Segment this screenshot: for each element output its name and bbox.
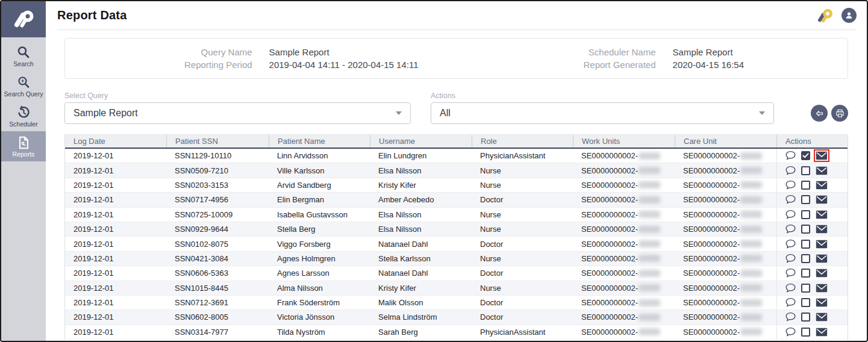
redacted-value: [740, 284, 762, 291]
summary-left-group: Query NameReporting Period Sample Report…: [184, 46, 419, 71]
row-checkbox[interactable]: [801, 269, 810, 278]
row-checkbox[interactable]: [801, 284, 810, 293]
column-header-role[interactable]: Role: [472, 135, 573, 148]
summary-label: Report Generated: [583, 58, 655, 71]
mail-icon-wrap[interactable]: [815, 239, 828, 249]
mail-icon-wrap[interactable]: [815, 166, 828, 176]
chevron-down-icon: [396, 111, 402, 115]
mail-icon-highlighted[interactable]: [815, 151, 828, 161]
app-logo[interactable]: [1, 1, 46, 37]
sidebar-item-search-query[interactable]: Search Query: [1, 71, 46, 101]
redacted-value: [639, 211, 660, 218]
actions-cell: [776, 281, 851, 295]
patient-name-cell-value: Alma Nilsson: [277, 284, 323, 293]
row-checkbox[interactable]: [801, 225, 810, 234]
sidebar-item-reports[interactable]: Reports: [1, 131, 46, 161]
user-avatar-button[interactable]: [841, 8, 857, 23]
column-header-log-date[interactable]: Log Date: [65, 135, 166, 148]
mail-icon: [816, 254, 828, 263]
work-units-cell-value: SE0000000002-: [581, 181, 638, 190]
patient-name-cell: Alma Nilsson: [269, 281, 370, 295]
row-checkbox[interactable]: [801, 210, 810, 219]
back-button[interactable]: [811, 105, 828, 122]
row-checkbox[interactable]: [801, 254, 810, 263]
patient-name-cell: Ville Karlsson: [269, 163, 370, 177]
role-cell: Nurse: [472, 222, 573, 236]
column-header-username[interactable]: Username: [370, 135, 472, 148]
patient-ssn-cell-value: SSN0314-7977: [175, 328, 228, 337]
username-cell: Malik Olsson: [370, 296, 472, 309]
sidebar-item-search[interactable]: Search: [1, 41, 46, 71]
comment-icon[interactable]: [785, 239, 796, 249]
comment-icon[interactable]: [785, 253, 796, 264]
redacted-value: [740, 196, 762, 204]
column-header-patient-ssn[interactable]: Patient SSN: [166, 135, 269, 148]
row-checkbox[interactable]: [801, 298, 810, 307]
print-button[interactable]: [831, 105, 848, 122]
role-cell: Nurse: [472, 163, 573, 177]
summary-left-values: Sample Report2019-04-04 14:11 - 2020-04-…: [269, 46, 419, 71]
reports-icon: [16, 135, 31, 150]
mail-icon-wrap[interactable]: [815, 194, 828, 205]
scheduler-icon: [16, 105, 31, 120]
comment-icon[interactable]: [785, 268, 796, 278]
row-checkbox[interactable]: [801, 181, 810, 190]
role-cell: Doctor: [472, 266, 573, 280]
role-cell: PhysicianAssistant: [472, 149, 573, 163]
mail-icon-wrap[interactable]: [815, 210, 828, 220]
actions-cell: [776, 178, 851, 192]
comment-icon[interactable]: [785, 180, 796, 190]
column-header-actions[interactable]: Actions: [776, 135, 851, 148]
mail-icon-wrap[interactable]: [815, 224, 828, 234]
search-query-icon: [16, 75, 31, 90]
row-checkbox[interactable]: [801, 166, 810, 175]
role-cell-value: Nurse: [480, 181, 501, 190]
log-date-cell: 2019-12-01: [65, 163, 166, 177]
comment-icon[interactable]: [785, 166, 796, 176]
table-row: 2019-12-01SSN0717-4956Elin BergmanAmber …: [65, 193, 848, 207]
mail-icon-wrap[interactable]: [815, 327, 828, 337]
comment-icon[interactable]: [785, 283, 796, 293]
comment-icon[interactable]: [785, 151, 796, 161]
username-cell-value: Kristy Kifer: [378, 181, 416, 190]
comment-icon[interactable]: [785, 210, 796, 220]
sidebar-item-scheduler[interactable]: Scheduler: [1, 101, 46, 131]
mail-icon-wrap[interactable]: [815, 253, 828, 264]
comment-icon[interactable]: [785, 194, 796, 205]
mail-icon-wrap[interactable]: [815, 180, 828, 190]
row-checkbox[interactable]: [801, 195, 810, 204]
row-checkbox[interactable]: [801, 312, 810, 322]
select-query-dropdown[interactable]: Sample Report: [64, 102, 411, 124]
redacted-value: [639, 299, 660, 306]
column-header-work-units[interactable]: Work Units: [573, 135, 675, 148]
comment-icon[interactable]: [785, 297, 796, 308]
actions-cell: [776, 252, 851, 266]
log-date-cell-value: 2019-12-01: [73, 195, 114, 204]
comment-icon[interactable]: [785, 312, 796, 322]
column-header-patient-name[interactable]: Patient Name: [269, 135, 370, 148]
row-checkbox[interactable]: [801, 328, 810, 337]
comment-icon[interactable]: [785, 327, 796, 337]
care-unit-cell: SE0000000002-: [675, 237, 776, 250]
column-header-care-unit[interactable]: Care Unit: [675, 135, 776, 148]
comment-icon[interactable]: [785, 224, 796, 234]
mail-icon-wrap[interactable]: [815, 283, 828, 293]
patient-ssn-cell-value: SSN0509-7210: [175, 166, 228, 175]
mail-icon-wrap[interactable]: [815, 297, 828, 308]
redacted-value: [639, 181, 660, 188]
work-units-cell-value: SE0000000002-: [581, 166, 638, 175]
mail-icon-wrap[interactable]: [815, 312, 828, 322]
patient-ssn-cell-value: SSN0602-8005: [175, 312, 228, 322]
row-checkbox[interactable]: [801, 240, 810, 249]
care-unit-cell: SE0000000002-: [675, 208, 776, 222]
summary-left-labels: Query NameReporting Period: [184, 46, 252, 71]
mail-icon-wrap[interactable]: [815, 268, 828, 278]
sidebar-item-label: Scheduler: [9, 121, 37, 128]
actions-dropdown[interactable]: All: [431, 102, 774, 124]
role-cell-value: Nurse: [480, 284, 501, 293]
row-checkbox[interactable]: [801, 151, 810, 160]
patient-ssn-cell: SSN0102-8075: [166, 237, 269, 250]
summary-value: Sample Report: [673, 46, 744, 58]
patient-ssn-cell-value: SSN0203-3153: [175, 181, 228, 190]
care-unit-cell-value: SE0000000002-: [683, 269, 740, 278]
